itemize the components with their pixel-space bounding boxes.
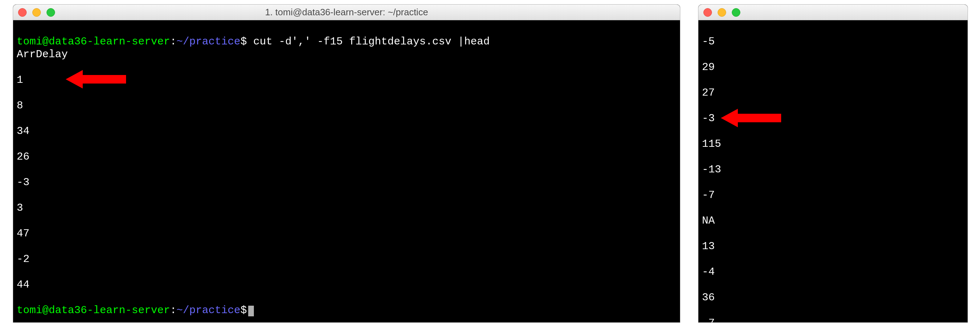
zoom-icon[interactable]: [732, 8, 740, 17]
minimize-icon[interactable]: [718, 8, 726, 17]
output-line: -3: [17, 176, 676, 189]
titlebar-right[interactable]: [698, 5, 967, 20]
output-line: 13: [702, 240, 964, 253]
close-icon[interactable]: [703, 8, 712, 17]
output-line: NA: [702, 214, 964, 227]
prompt-colon: :: [170, 304, 177, 316]
output-line: -5: [702, 35, 964, 48]
minimize-icon[interactable]: [32, 8, 41, 17]
output-line: -2: [17, 253, 676, 265]
output-line: -7: [702, 189, 964, 201]
output-line: 3: [17, 201, 676, 214]
zoom-icon[interactable]: [46, 8, 55, 17]
output-line: -3: [702, 112, 964, 125]
command-text: cut -d',' -f15 flightdelays.csv |head: [247, 35, 490, 48]
prompt-path: ~/practice: [177, 304, 240, 316]
prompt-line-2: tomi@data36-learn-server:~/practice$: [17, 304, 254, 316]
terminal-window-right: -5 29 27 -3 115 -13 -7 NA 13 -4 36 -7 41: [698, 4, 968, 323]
terminal-body-left[interactable]: tomi@data36-learn-server:~/practice$ cut…: [13, 20, 680, 322]
prompt-dollar: $: [240, 304, 247, 316]
cursor-icon: [248, 306, 254, 316]
output-line: ArrDelay: [17, 48, 676, 61]
output-line: 44: [17, 278, 676, 291]
prompt-colon: :: [170, 35, 177, 48]
prompt-path: ~/practice: [177, 35, 240, 48]
output-line: 26: [17, 150, 676, 163]
output-line: 1: [17, 73, 676, 86]
output-line: -7: [702, 317, 964, 323]
output-line: 27: [702, 86, 964, 99]
terminal-body-right[interactable]: -5 29 27 -3 115 -13 -7 NA 13 -4 36 -7 41: [698, 20, 967, 322]
prompt-dollar: $: [240, 35, 247, 48]
output-line: 36: [702, 291, 964, 304]
prompt-user: tomi@data36-learn-server: [17, 304, 170, 316]
output-line: 115: [702, 137, 964, 150]
prompt-user: tomi@data36-learn-server: [17, 35, 170, 48]
output-line: 47: [17, 227, 676, 240]
window-title-left: 1. tomi@data36-learn-server: ~/practice: [13, 7, 680, 18]
close-icon[interactable]: [18, 8, 27, 17]
traffic-lights-right: [703, 8, 740, 17]
output-line: 8: [17, 99, 676, 112]
traffic-lights-left: [18, 8, 55, 17]
titlebar-left[interactable]: 1. tomi@data36-learn-server: ~/practice: [13, 5, 680, 20]
output-line: 34: [17, 125, 676, 137]
prompt-line-1: tomi@data36-learn-server:~/practice$ cut…: [17, 35, 490, 48]
output-line: -4: [702, 265, 964, 278]
output-line: -13: [702, 163, 964, 176]
terminal-window-left: 1. tomi@data36-learn-server: ~/practice …: [13, 4, 680, 323]
output-line: 29: [702, 61, 964, 73]
